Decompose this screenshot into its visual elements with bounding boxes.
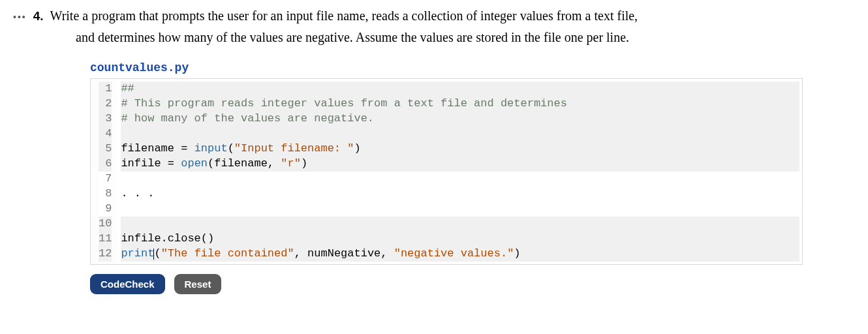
- button-row: CodeCheck Reset: [90, 274, 803, 294]
- code-line: ##: [121, 82, 799, 97]
- difficulty-dots: •••: [13, 12, 27, 22]
- code-line: infile.close(): [121, 232, 799, 247]
- problem-number: 4.: [33, 9, 44, 23]
- line-number-gutter: 123456789101112: [91, 79, 117, 264]
- line-number: 10: [99, 217, 112, 232]
- code-line: # This program reads integer values from…: [121, 97, 799, 112]
- line-number: 6: [99, 157, 112, 172]
- line-number: 2: [99, 97, 112, 112]
- code-line[interactable]: [121, 172, 799, 187]
- reset-button[interactable]: Reset: [174, 274, 222, 294]
- line-number: 12: [99, 247, 112, 262]
- code-line: # how many of the values are negative.: [121, 112, 799, 127]
- problem-text: Write a program that prompts the user fo…: [50, 7, 855, 25]
- line-number: 5: [99, 142, 112, 157]
- code-line: infile = open(filename, "r"): [121, 157, 799, 172]
- code-line: [121, 127, 799, 142]
- code-area[interactable]: ### This program reads integer values fr…: [117, 79, 802, 264]
- code-line: filename = input("Input filename: "): [121, 142, 799, 157]
- code-line: [121, 217, 799, 232]
- problem-text-continued: and determines how many of the values ar…: [76, 28, 855, 47]
- line-number: 9: [99, 202, 112, 217]
- line-number: 8: [99, 187, 112, 202]
- code-line[interactable]: . . .: [121, 187, 799, 202]
- problem-header: ••• 4. Write a program that prompts the …: [13, 7, 855, 25]
- line-number: 11: [99, 232, 112, 247]
- code-line[interactable]: [121, 202, 799, 217]
- codecheck-button[interactable]: CodeCheck: [90, 274, 165, 294]
- line-number: 3: [99, 112, 112, 127]
- code-editor[interactable]: 123456789101112 ### This program reads i…: [90, 78, 803, 265]
- filename-label: countvalues.py: [90, 61, 803, 74]
- line-number: 4: [99, 127, 112, 142]
- line-number: 1: [99, 82, 112, 97]
- code-line: print("The file contained", numNegative,…: [121, 247, 799, 262]
- line-number: 7: [99, 172, 112, 187]
